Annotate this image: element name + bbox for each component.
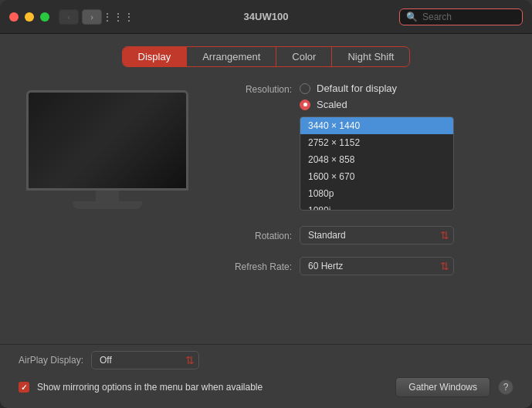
resolution-item[interactable]: 2752 × 1152 bbox=[300, 134, 453, 151]
resolution-label: Resolution: bbox=[215, 83, 292, 95]
airplay-row: AirPlay Display: Off On ⇅ bbox=[0, 344, 532, 373]
airplay-dropdown-wrapper: Off On ⇅ bbox=[91, 351, 199, 369]
main-window: ‹ › ⋮⋮⋮ 34UW100 🔍 Display Arrangement Co… bbox=[0, 0, 532, 408]
airplay-select[interactable]: Off On bbox=[91, 351, 199, 369]
bottom-bar: Show mirroring options in the menu bar w… bbox=[0, 373, 532, 408]
monitor-stand-neck bbox=[96, 191, 119, 201]
nav-buttons: ‹ › ⋮⋮⋮ bbox=[59, 9, 128, 25]
refresh-rate-label: Refresh Rate: bbox=[215, 260, 292, 272]
forward-icon: › bbox=[90, 12, 93, 22]
back-button[interactable]: ‹ bbox=[59, 9, 79, 25]
maximize-button[interactable] bbox=[40, 12, 49, 22]
refresh-rate-dropdown-wrapper: 60 Hertz 30 Hertz ⇅ bbox=[300, 257, 454, 275]
resolution-scroll[interactable]: 3440 × 1440 2752 × 1152 2048 × 858 1600 … bbox=[300, 117, 453, 210]
back-icon: ‹ bbox=[67, 12, 70, 22]
close-button[interactable] bbox=[9, 12, 19, 22]
resolution-item[interactable]: 1600 × 670 bbox=[300, 168, 453, 185]
airplay-label: AirPlay Display: bbox=[19, 355, 83, 366]
tab-arrangement[interactable]: Arrangement bbox=[187, 47, 276, 66]
monitor-screen bbox=[29, 93, 186, 188]
tab-night-shift[interactable]: Night Shift bbox=[332, 47, 409, 66]
radio-default-label: Default for display bbox=[317, 83, 397, 94]
grid-button[interactable]: ⋮⋮⋮ bbox=[108, 9, 128, 25]
monitor-preview bbox=[19, 83, 196, 332]
mirroring-checkbox-label: Show mirroring options in the menu bar w… bbox=[37, 382, 263, 393]
rotation-row: Rotation: Standard 90° 180° 270° ⇅ bbox=[215, 226, 513, 244]
radio-scaled-circle bbox=[300, 99, 310, 110]
rotation-dropdown-wrapper: Standard 90° 180° 270° ⇅ bbox=[300, 226, 454, 244]
settings-panel: Resolution: Default for display Scaled bbox=[215, 83, 513, 332]
titlebar: ‹ › ⋮⋮⋮ 34UW100 🔍 bbox=[0, 0, 532, 34]
resolution-list: 3440 × 1440 2752 × 1152 2048 × 858 1600 … bbox=[300, 116, 454, 211]
tab-color[interactable]: Color bbox=[276, 47, 332, 66]
tab-display[interactable]: Display bbox=[123, 47, 188, 66]
minimize-button[interactable] bbox=[25, 12, 34, 22]
resolution-item[interactable]: 3440 × 1440 bbox=[300, 117, 453, 134]
search-icon: 🔍 bbox=[406, 12, 418, 22]
radio-scaled-label: Scaled bbox=[317, 99, 347, 110]
rotation-label: Rotation: bbox=[215, 229, 292, 241]
help-button[interactable]: ? bbox=[498, 379, 513, 395]
radio-default-circle bbox=[300, 83, 310, 94]
content-area: Display Arrangement Color Night Shift Re… bbox=[0, 34, 532, 344]
mirroring-checkbox[interactable] bbox=[19, 382, 29, 393]
search-input[interactable] bbox=[422, 12, 515, 22]
main-area: Resolution: Default for display Scaled bbox=[19, 83, 513, 332]
refresh-rate-row: Refresh Rate: 60 Hertz 30 Hertz ⇅ bbox=[215, 257, 513, 275]
window-controls bbox=[9, 12, 49, 22]
gather-windows-button[interactable]: Gather Windows bbox=[395, 377, 490, 397]
grid-icon: ⋮⋮⋮ bbox=[102, 11, 134, 23]
resolution-row: Resolution: Default for display Scaled bbox=[215, 83, 513, 211]
tab-group: Display Arrangement Color Night Shift bbox=[122, 46, 411, 67]
monitor-stand-base bbox=[73, 201, 142, 209]
resolution-item[interactable]: 1080p bbox=[300, 185, 453, 202]
monitor-frame bbox=[26, 90, 188, 191]
radio-default[interactable]: Default for display bbox=[300, 83, 513, 94]
refresh-rate-select[interactable]: 60 Hertz 30 Hertz bbox=[300, 257, 454, 275]
window-title: 34UW100 bbox=[244, 11, 289, 22]
forward-button[interactable]: › bbox=[82, 9, 102, 25]
resolution-item[interactable]: 2048 × 858 bbox=[300, 151, 453, 168]
radio-scaled[interactable]: Scaled bbox=[300, 99, 513, 110]
search-bar: 🔍 bbox=[399, 8, 523, 25]
resolution-item[interactable]: 1080i bbox=[300, 202, 453, 210]
rotation-select[interactable]: Standard 90° 180° 270° bbox=[300, 226, 454, 244]
tab-bar: Display Arrangement Color Night Shift bbox=[19, 46, 513, 67]
resolution-controls: Default for display Scaled 3440 × 1440 2… bbox=[300, 83, 513, 211]
